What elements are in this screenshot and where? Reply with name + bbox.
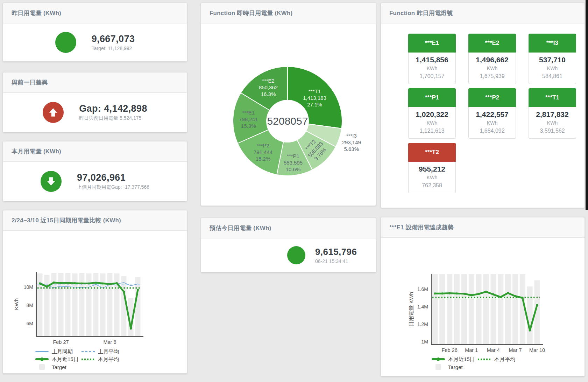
tile-body: 1,415,856KWh1,700,157 bbox=[408, 53, 456, 84]
legend-item-本月近15日[interactable]: 本月近15日 bbox=[35, 356, 82, 363]
series-point bbox=[95, 282, 97, 284]
tile-body: 1,020,322KWh1,121,613 bbox=[408, 107, 456, 139]
day-gap-value: Gap: 4,142,898 bbox=[79, 103, 147, 114]
panel-realtime-usage-donut: Function 即時日用電量 (KWh) ***T11,413,18327.1… bbox=[201, 3, 376, 206]
status-tile-E1[interactable]: ***E11,415,856KWh1,700,157 bbox=[408, 34, 456, 84]
panel-15day-compare-chart: 2/24~3/10 近15日同期用電量比較 (KWh) 6M8M10MFeb 2… bbox=[3, 210, 187, 374]
axis-tick-label: KWh bbox=[13, 298, 19, 310]
compare15-legend: 上月同期上月平均本月近15日本月平均Target bbox=[35, 348, 128, 371]
axis-tick-label: Feb 26 bbox=[442, 347, 458, 353]
tile-target-value: 3,591,562 bbox=[529, 127, 576, 135]
series-point bbox=[67, 282, 69, 284]
legend-item-Target[interactable]: Target bbox=[432, 364, 478, 370]
axis-tick-label: 6M bbox=[27, 321, 33, 326]
panel-title: ***E1 設備用電達成趨勢 bbox=[389, 223, 454, 231]
realtime-usage-donut-chart[interactable]: ***T11,413,18327.1%***I3293,1495.63%***T… bbox=[201, 23, 376, 206]
series-point bbox=[116, 282, 118, 284]
axis-tick-label: 8M bbox=[27, 303, 33, 308]
tile-body: 1,496,662KWh1,675,939 bbox=[468, 53, 516, 84]
series-point bbox=[39, 283, 41, 285]
target-bars bbox=[432, 274, 540, 344]
status-circle-icon bbox=[55, 32, 76, 53]
tile-value: 1,415,856 bbox=[409, 55, 455, 65]
status-tile-I3[interactable]: ***I3537,710KWh584,861 bbox=[529, 34, 576, 84]
panel-header: 2/24~3/10 近15日同期用電量比較 (KWh) bbox=[3, 210, 187, 231]
e1-trend-line-chart[interactable]: 1M1.2M1.4M1.6MFeb 26Mar 1Mar 4Mar 7Mar 1… bbox=[381, 238, 585, 353]
series-point bbox=[492, 293, 494, 296]
tile-body: 2,817,832KWh3,591,562 bbox=[529, 107, 576, 139]
legend-item-上月同期[interactable]: 上月同期 bbox=[35, 348, 82, 355]
status-circle-icon bbox=[287, 246, 305, 264]
arrow-up-circle-icon bbox=[43, 102, 64, 123]
series-point bbox=[478, 293, 480, 295]
status-tile-P2[interactable]: ***P21,422,557KWh1,684,092 bbox=[468, 88, 516, 139]
legend-swatch bbox=[35, 349, 49, 354]
legend-label: 本月近15日 bbox=[448, 356, 475, 363]
axis-tick-label: Feb 27 bbox=[53, 339, 69, 345]
arrow-down-circle-icon bbox=[41, 171, 62, 192]
tile-value: 537,710 bbox=[529, 55, 576, 65]
series-point bbox=[507, 292, 509, 294]
tile-target-value: 1,700,157 bbox=[409, 72, 455, 81]
compare15-line-chart[interactable]: 6M8M10MFeb 27Mar 6KWh bbox=[3, 231, 187, 347]
legend-label: 本月平均 bbox=[494, 356, 515, 363]
legend-item-本月平均[interactable]: 本月平均 bbox=[478, 356, 524, 363]
panel-title: 預估今日用電量 (KWh) bbox=[210, 224, 271, 232]
tile-unit: KWh bbox=[529, 65, 576, 72]
tile-value: 1,422,557 bbox=[469, 110, 516, 119]
yesterday-usage-target: Target: 11,128,992 bbox=[92, 46, 135, 51]
status-tile-T1[interactable]: ***T12,817,832KWh3,591,562 bbox=[529, 88, 576, 139]
status-tile-T2[interactable]: ***T2955,212KWh762,358 bbox=[408, 143, 456, 193]
legend-swatch bbox=[35, 365, 49, 369]
axis-tick-label: Mar 6 bbox=[103, 339, 116, 345]
tile-label: ***T2 bbox=[408, 143, 456, 162]
series-point bbox=[485, 291, 487, 293]
panel-header: Function 即時日用電量 (KWh) bbox=[201, 3, 376, 23]
series-point bbox=[456, 292, 458, 294]
tile-label: ***E2 bbox=[468, 34, 516, 53]
yesterday-usage-value: 9,667,073 bbox=[92, 34, 135, 44]
tile-label: ***E1 bbox=[408, 34, 456, 53]
series-point bbox=[529, 329, 531, 332]
legend-swatch bbox=[478, 357, 491, 361]
panel-header: Function 昨日用電燈號 bbox=[381, 3, 585, 23]
panel-title: 昨日用電量 (KWh) bbox=[12, 9, 61, 17]
day-gap-subtitle: 昨日與前日用電量 5,524,175 bbox=[79, 115, 147, 121]
tile-label: ***P1 bbox=[408, 88, 456, 107]
status-tile-E2[interactable]: ***E21,496,662KWh1,675,939 bbox=[468, 34, 516, 84]
axis-tick-label: 1.4M bbox=[417, 304, 428, 310]
legend-item-本月平均[interactable]: 本月平均 bbox=[82, 356, 128, 363]
panel-title: 2/24~3/10 近15日同期用電量比較 (KWh) bbox=[12, 216, 121, 224]
legend-swatch bbox=[432, 365, 445, 369]
legend-label: 上月平均 bbox=[98, 348, 119, 355]
legend-swatch bbox=[82, 357, 95, 361]
status-tile-P1[interactable]: ***P11,020,322KWh1,121,613 bbox=[408, 88, 456, 139]
series-point bbox=[470, 294, 473, 296]
legend-label: 上月同期 bbox=[52, 348, 73, 355]
tile-target-value: 1,684,092 bbox=[469, 127, 516, 135]
forecast-timestamp: 06-21 15:34:41 bbox=[315, 258, 357, 264]
tile-value: 1,496,662 bbox=[469, 55, 516, 65]
panel-title: Function 昨日用電燈號 bbox=[389, 9, 453, 17]
axis-tick-label: 1.2M bbox=[417, 321, 428, 327]
legend-item-上月平均[interactable]: 上月平均 bbox=[82, 348, 128, 355]
tile-unit: KWh bbox=[469, 119, 516, 127]
arrow-down-icon bbox=[45, 176, 57, 187]
series-point bbox=[448, 292, 451, 294]
panel-month-usage: 本月用電量 (KWh) 97,026,961 上個月同期用電Gap: -17,3… bbox=[3, 141, 187, 201]
donut-center-total: 5208057 bbox=[267, 115, 308, 127]
panel-header: 本月用電量 (KWh) bbox=[3, 141, 187, 162]
legend-item-Target[interactable]: Target bbox=[35, 364, 82, 370]
series-point bbox=[434, 292, 436, 294]
axis-tick-label: Mar 1 bbox=[465, 347, 478, 353]
legend-item-本月近15日[interactable]: 本月近15日 bbox=[432, 356, 478, 363]
panel-yesterday-status-lights: Function 昨日用電燈號 ***E11,415,856KWh1,700,1… bbox=[381, 3, 585, 208]
axis-tick-label: 10M bbox=[24, 284, 33, 290]
series-point bbox=[81, 283, 83, 285]
axis-tick-label: Mar 7 bbox=[509, 347, 522, 353]
legend-label: Target bbox=[448, 364, 463, 370]
legend-swatch bbox=[82, 349, 95, 354]
series-point bbox=[463, 293, 465, 295]
tile-body: 1,422,557KWh1,684,092 bbox=[468, 107, 516, 139]
tile-target-value: 1,675,939 bbox=[469, 72, 516, 81]
